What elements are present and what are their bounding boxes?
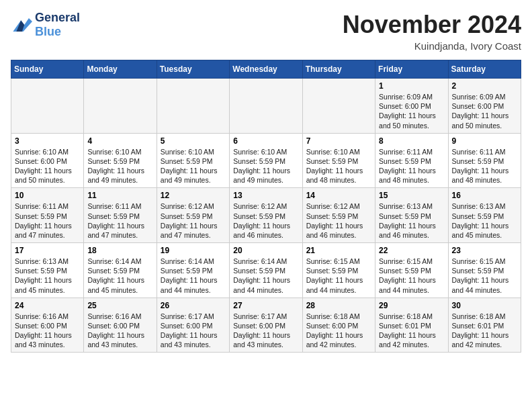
day-number: 24 bbox=[15, 301, 80, 310]
calendar-cell bbox=[230, 79, 302, 134]
logo-icon bbox=[11, 15, 32, 34]
page-header: General Blue November 2024 Kuindjanda, I… bbox=[11, 11, 521, 52]
day-number: 8 bbox=[379, 136, 444, 146]
day-detail: Sunrise: 6:10 AM Sunset: 5:59 PM Dayligh… bbox=[87, 147, 152, 185]
logo-text: General Blue bbox=[35, 11, 80, 39]
calendar-cell: 6Sunrise: 6:10 AM Sunset: 5:59 PM Daylig… bbox=[230, 133, 302, 188]
calendar-cell: 2Sunrise: 6:09 AM Sunset: 6:00 PM Daylig… bbox=[448, 79, 521, 134]
calendar-cell: 26Sunrise: 6:17 AM Sunset: 6:00 PM Dayli… bbox=[157, 298, 229, 353]
day-detail: Sunrise: 6:17 AM Sunset: 6:00 PM Dayligh… bbox=[161, 312, 226, 350]
day-detail: Sunrise: 6:13 AM Sunset: 5:59 PM Dayligh… bbox=[452, 201, 517, 240]
day-number: 10 bbox=[15, 191, 80, 200]
calendar-cell: 17Sunrise: 6:13 AM Sunset: 5:59 PM Dayli… bbox=[11, 243, 84, 298]
day-number: 5 bbox=[161, 136, 226, 146]
day-number: 2 bbox=[452, 81, 517, 91]
day-detail: Sunrise: 6:11 AM Sunset: 5:59 PM Dayligh… bbox=[379, 147, 444, 185]
day-number: 28 bbox=[306, 301, 371, 310]
day-detail: Sunrise: 6:09 AM Sunset: 6:00 PM Dayligh… bbox=[379, 92, 444, 130]
weekday-header-tuesday: Tuesday bbox=[157, 60, 229, 79]
day-detail: Sunrise: 6:11 AM Sunset: 5:59 PM Dayligh… bbox=[15, 201, 80, 240]
day-detail: Sunrise: 6:15 AM Sunset: 5:59 PM Dayligh… bbox=[379, 257, 444, 295]
calendar-week-row: 24Sunrise: 6:16 AM Sunset: 6:00 PM Dayli… bbox=[11, 298, 521, 353]
calendar-cell: 23Sunrise: 6:15 AM Sunset: 5:59 PM Dayli… bbox=[448, 243, 521, 298]
day-detail: Sunrise: 6:14 AM Sunset: 5:59 PM Dayligh… bbox=[161, 257, 226, 295]
calendar-cell: 18Sunrise: 6:14 AM Sunset: 5:59 PM Dayli… bbox=[84, 243, 157, 298]
day-detail: Sunrise: 6:15 AM Sunset: 5:59 PM Dayligh… bbox=[306, 257, 371, 295]
day-number: 14 bbox=[306, 191, 371, 200]
calendar-cell bbox=[157, 79, 229, 134]
calendar-cell: 12Sunrise: 6:12 AM Sunset: 5:59 PM Dayli… bbox=[157, 188, 229, 243]
day-detail: Sunrise: 6:13 AM Sunset: 5:59 PM Dayligh… bbox=[379, 201, 444, 240]
day-number: 7 bbox=[306, 136, 371, 146]
day-number: 19 bbox=[161, 246, 226, 255]
calendar-cell: 22Sunrise: 6:15 AM Sunset: 5:59 PM Dayli… bbox=[375, 243, 448, 298]
day-detail: Sunrise: 6:09 AM Sunset: 6:00 PM Dayligh… bbox=[452, 92, 517, 130]
month-title: November 2024 bbox=[343, 11, 521, 39]
day-number: 17 bbox=[15, 246, 80, 255]
day-number: 25 bbox=[87, 301, 152, 310]
calendar-week-row: 1Sunrise: 6:09 AM Sunset: 6:00 PM Daylig… bbox=[11, 79, 521, 134]
day-detail: Sunrise: 6:18 AM Sunset: 6:00 PM Dayligh… bbox=[306, 312, 371, 350]
day-detail: Sunrise: 6:13 AM Sunset: 5:59 PM Dayligh… bbox=[15, 257, 80, 295]
calendar-cell: 1Sunrise: 6:09 AM Sunset: 6:00 PM Daylig… bbox=[375, 79, 448, 134]
calendar-cell: 13Sunrise: 6:12 AM Sunset: 5:59 PM Dayli… bbox=[230, 188, 302, 243]
calendar-cell bbox=[11, 79, 84, 134]
weekday-header-sunday: Sunday bbox=[11, 60, 84, 79]
day-number: 9 bbox=[452, 136, 517, 146]
calendar-cell: 3Sunrise: 6:10 AM Sunset: 6:00 PM Daylig… bbox=[11, 133, 84, 188]
calendar-cell: 30Sunrise: 6:18 AM Sunset: 6:01 PM Dayli… bbox=[448, 298, 521, 353]
calendar-cell: 11Sunrise: 6:11 AM Sunset: 5:59 PM Dayli… bbox=[84, 188, 157, 243]
day-detail: Sunrise: 6:12 AM Sunset: 5:59 PM Dayligh… bbox=[306, 201, 371, 240]
calendar-cell: 21Sunrise: 6:15 AM Sunset: 5:59 PM Dayli… bbox=[302, 243, 375, 298]
weekday-header-friday: Friday bbox=[375, 60, 448, 79]
day-detail: Sunrise: 6:11 AM Sunset: 5:59 PM Dayligh… bbox=[87, 201, 152, 240]
day-number: 6 bbox=[233, 136, 298, 146]
day-detail: Sunrise: 6:11 AM Sunset: 5:59 PM Dayligh… bbox=[452, 147, 517, 185]
day-detail: Sunrise: 6:10 AM Sunset: 5:59 PM Dayligh… bbox=[233, 147, 298, 185]
calendar-cell: 28Sunrise: 6:18 AM Sunset: 6:00 PM Dayli… bbox=[302, 298, 375, 353]
calendar-cell: 15Sunrise: 6:13 AM Sunset: 5:59 PM Dayli… bbox=[375, 188, 448, 243]
calendar-cell: 4Sunrise: 6:10 AM Sunset: 5:59 PM Daylig… bbox=[84, 133, 157, 188]
title-section: November 2024 Kuindjanda, Ivory Coast bbox=[343, 11, 521, 52]
calendar-cell: 7Sunrise: 6:10 AM Sunset: 5:59 PM Daylig… bbox=[302, 133, 375, 188]
day-number: 3 bbox=[15, 136, 80, 146]
day-number: 29 bbox=[379, 301, 444, 310]
day-detail: Sunrise: 6:17 AM Sunset: 6:00 PM Dayligh… bbox=[233, 312, 298, 350]
day-detail: Sunrise: 6:16 AM Sunset: 6:00 PM Dayligh… bbox=[87, 312, 152, 350]
calendar-table: SundayMondayTuesdayWednesdayThursdayFrid… bbox=[11, 60, 521, 353]
calendar-cell: 14Sunrise: 6:12 AM Sunset: 5:59 PM Dayli… bbox=[302, 188, 375, 243]
day-number: 26 bbox=[161, 301, 226, 310]
day-number: 21 bbox=[306, 246, 371, 255]
day-number: 30 bbox=[452, 301, 517, 310]
calendar-cell: 19Sunrise: 6:14 AM Sunset: 5:59 PM Dayli… bbox=[157, 243, 229, 298]
weekday-header-monday: Monday bbox=[84, 60, 157, 79]
calendar-week-row: 10Sunrise: 6:11 AM Sunset: 5:59 PM Dayli… bbox=[11, 188, 521, 243]
day-number: 1 bbox=[379, 81, 444, 91]
location: Kuindjanda, Ivory Coast bbox=[343, 40, 521, 52]
calendar-cell: 29Sunrise: 6:18 AM Sunset: 6:01 PM Dayli… bbox=[375, 298, 448, 353]
day-detail: Sunrise: 6:18 AM Sunset: 6:01 PM Dayligh… bbox=[452, 312, 517, 350]
calendar-week-row: 17Sunrise: 6:13 AM Sunset: 5:59 PM Dayli… bbox=[11, 243, 521, 298]
day-number: 12 bbox=[161, 191, 226, 200]
calendar-cell: 20Sunrise: 6:14 AM Sunset: 5:59 PM Dayli… bbox=[230, 243, 302, 298]
weekday-header-saturday: Saturday bbox=[448, 60, 521, 79]
calendar-cell: 25Sunrise: 6:16 AM Sunset: 6:00 PM Dayli… bbox=[84, 298, 157, 353]
day-detail: Sunrise: 6:10 AM Sunset: 6:00 PM Dayligh… bbox=[15, 147, 80, 185]
day-number: 22 bbox=[379, 246, 444, 255]
day-detail: Sunrise: 6:18 AM Sunset: 6:01 PM Dayligh… bbox=[379, 312, 444, 350]
day-detail: Sunrise: 6:10 AM Sunset: 5:59 PM Dayligh… bbox=[306, 147, 371, 185]
logo: General Blue bbox=[11, 11, 80, 39]
day-detail: Sunrise: 6:14 AM Sunset: 5:59 PM Dayligh… bbox=[233, 257, 298, 295]
day-number: 11 bbox=[87, 191, 152, 200]
day-number: 16 bbox=[452, 191, 517, 200]
calendar-cell: 9Sunrise: 6:11 AM Sunset: 5:59 PM Daylig… bbox=[448, 133, 521, 188]
weekday-header-thursday: Thursday bbox=[302, 60, 375, 79]
day-number: 4 bbox=[87, 136, 152, 146]
calendar-cell: 8Sunrise: 6:11 AM Sunset: 5:59 PM Daylig… bbox=[375, 133, 448, 188]
day-detail: Sunrise: 6:14 AM Sunset: 5:59 PM Dayligh… bbox=[87, 257, 152, 295]
weekday-header-wednesday: Wednesday bbox=[230, 60, 302, 79]
day-number: 27 bbox=[233, 301, 298, 310]
day-detail: Sunrise: 6:12 AM Sunset: 5:59 PM Dayligh… bbox=[233, 201, 298, 240]
calendar-cell: 10Sunrise: 6:11 AM Sunset: 5:59 PM Dayli… bbox=[11, 188, 84, 243]
calendar-header-row: SundayMondayTuesdayWednesdayThursdayFrid… bbox=[11, 60, 521, 79]
